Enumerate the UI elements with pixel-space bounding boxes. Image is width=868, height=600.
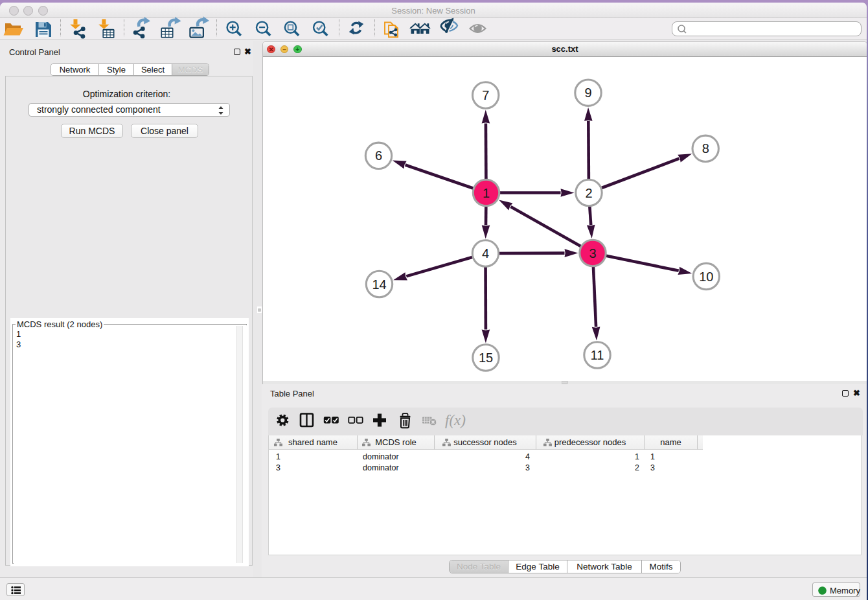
svg-text:4: 4 [482,246,489,260]
svg-text:Memory: Memory [830,586,860,595]
svg-text:7: 7 [482,88,489,102]
svg-text:9: 9 [584,86,591,100]
svg-text:2: 2 [585,186,592,200]
svg-text:8: 8 [702,141,709,156]
svg-text:11: 11 [591,348,604,362]
svg-text:1: 1 [483,186,490,200]
svg-text:6: 6 [375,148,382,163]
svg-text:10: 10 [699,270,713,284]
svg-text:f(x): f(x) [445,412,466,428]
svg-text:14: 14 [372,277,386,292]
svg-text:15: 15 [479,351,493,365]
svg-text:3: 3 [589,246,596,260]
